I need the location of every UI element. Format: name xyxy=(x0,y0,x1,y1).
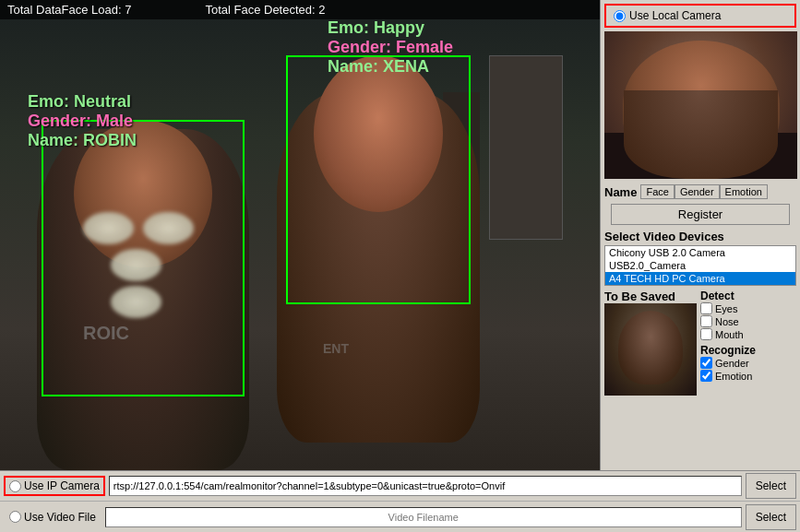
ip-camera-label[interactable]: Use IP Camera xyxy=(24,479,100,492)
select-video-label: Select Video Devices xyxy=(601,228,800,245)
use-local-camera-area[interactable]: Use Local Camera xyxy=(604,4,796,28)
detect-mouth-row: Mouth xyxy=(700,328,796,340)
tab-face[interactable]: Face xyxy=(640,184,674,199)
detect-eyes-row: Eyes xyxy=(700,302,796,314)
face-right-gender: Gender: Female xyxy=(328,38,453,57)
name-label: Name xyxy=(604,185,637,199)
ip-camera-row: Use IP Camera Select xyxy=(0,471,800,502)
recognize-gender-checkbox[interactable] xyxy=(700,357,712,369)
face-left-emo: Emo: Neutral xyxy=(28,92,137,112)
to-be-saved-preview xyxy=(604,303,697,396)
device-item-1[interactable]: USB2.0_Camera xyxy=(605,259,795,272)
recognize-label: Recognize xyxy=(700,344,796,357)
video-file-label[interactable]: Use Video File xyxy=(24,511,96,524)
to-be-saved-area: To Be Saved Detect Eyes Nose Mouth xyxy=(604,290,796,396)
detect-label: Detect xyxy=(700,290,796,302)
recognize-gender-label: Gender xyxy=(715,358,749,369)
detect-mouth-label: Mouth xyxy=(715,329,744,340)
tab-emotion[interactable]: Emotion xyxy=(720,184,768,199)
device-item-2[interactable]: A4 TECH HD PC Camera xyxy=(605,272,795,285)
recognize-emotion-checkbox[interactable] xyxy=(700,370,712,382)
detect-eyes-checkbox[interactable] xyxy=(700,302,712,314)
video-device-list: Chicony USB 2.0 Camera USB2.0_Camera A4 … xyxy=(604,245,796,286)
right-panel: Use Local Camera Name Face Gender Emotio… xyxy=(600,0,800,532)
face-detected-text: Total Face Detected: 2 xyxy=(205,3,325,17)
data-face-load-text: Total DataFace Load: 7 xyxy=(7,3,131,17)
detect-nose-checkbox[interactable] xyxy=(700,315,712,327)
recognize-emotion-row: Emotion xyxy=(700,370,796,382)
detect-section: Detect Eyes Nose Mouth Recognize Gender … xyxy=(700,290,796,396)
register-button[interactable]: Register xyxy=(611,204,790,225)
select-ip-button[interactable]: Select xyxy=(746,473,796,499)
detect-eyes-label: Eyes xyxy=(715,303,737,314)
detect-nose-row: Nose xyxy=(700,315,796,327)
recognize-emotion-label: Emotion xyxy=(715,371,752,382)
face-left-gender: Gender: Male xyxy=(28,112,137,131)
face-label-left: Emo: Neutral Gender: Male Name: ROBIN xyxy=(28,92,137,150)
face-left-name: Name: ROBIN xyxy=(28,131,137,150)
camera-preview xyxy=(604,31,797,179)
face-box-right xyxy=(286,55,471,304)
detect-nose-label: Nose xyxy=(715,316,739,327)
video-file-row: Use Video File Select xyxy=(0,502,800,532)
local-camera-radio[interactable] xyxy=(614,10,626,22)
ip-camera-radio-box[interactable]: Use IP Camera xyxy=(4,476,105,496)
name-tabs: Face Gender Emotion xyxy=(640,184,768,199)
local-camera-label[interactable]: Use Local Camera xyxy=(629,9,721,22)
status-bar: Total DataFace Load: 7 Total Face Detect… xyxy=(0,0,600,19)
bottom-bar: Use IP Camera Select Use Video File Sele… xyxy=(0,470,800,532)
recognize-gender-row: Gender xyxy=(700,357,796,369)
ip-camera-radio[interactable] xyxy=(9,480,21,492)
saved-face-image xyxy=(604,303,697,396)
detect-mouth-checkbox[interactable] xyxy=(700,328,712,340)
video-filename-input[interactable] xyxy=(105,507,742,527)
select-file-button[interactable]: Select xyxy=(746,504,796,530)
face-right-name: Name: XENA xyxy=(328,57,453,77)
main-camera-feed: ROIC ENT Emo: Neutral Gender: Male Name:… xyxy=(0,0,600,470)
tab-gender[interactable]: Gender xyxy=(675,184,720,199)
to-be-saved-label: To Be Saved xyxy=(604,290,697,303)
preview-face xyxy=(604,31,797,179)
name-area: Name Face Gender Emotion xyxy=(601,183,800,201)
face-right-emo: Emo: Happy xyxy=(328,18,453,38)
video-file-radio-box[interactable]: Use Video File xyxy=(4,507,101,527)
device-item-0[interactable]: Chicony USB 2.0 Camera xyxy=(605,246,795,259)
face-box-left xyxy=(42,120,245,396)
ip-camera-url-input[interactable] xyxy=(109,476,742,496)
face-label-right: Emo: Happy Gender: Female Name: XENA xyxy=(328,18,453,77)
video-file-radio[interactable] xyxy=(9,511,21,523)
